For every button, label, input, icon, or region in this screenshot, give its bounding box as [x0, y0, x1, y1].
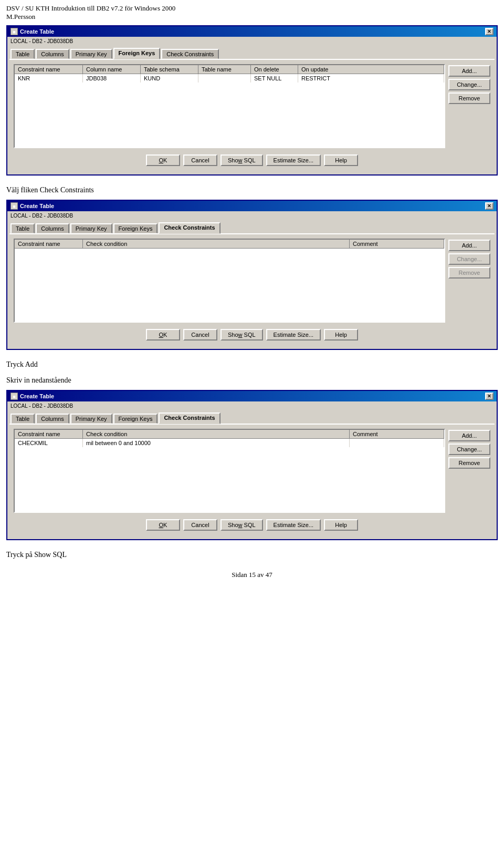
- dialog2-showsql-button[interactable]: Show SQL: [220, 329, 263, 341]
- dialog2: ■ Create Table ✕ LOCAL - DB2 - JDB038DB …: [6, 200, 498, 350]
- dialog1-icon: ■: [10, 28, 18, 35]
- dialog1-wrapper: ■ Create Table ✕ LOCAL - DB2 - JDB038DB …: [6, 25, 498, 176]
- dialog1-subtitle: LOCAL - DB2 - JDB038DB: [7, 37, 497, 46]
- dialog1-help-button[interactable]: Help: [324, 154, 358, 166]
- dialog2-estimatesize-button[interactable]: Estimate Size...: [266, 329, 321, 341]
- dialog1-change-button[interactable]: Change...: [448, 79, 490, 90]
- dialog1-title: Create Table: [20, 28, 54, 35]
- dialog1-ok-button[interactable]: OK: [146, 154, 180, 166]
- d3-cell-comment: [350, 439, 444, 447]
- dialog1-table: Constraint name Column name Table schema…: [14, 64, 445, 152]
- dialog2-title: Create Table: [20, 203, 54, 209]
- dialog3-wrapper: ■ Create Table ✕ LOCAL - DB2 - JDB038DB …: [6, 390, 498, 540]
- dialog2-buttons: Add... Change... Remove: [448, 239, 490, 327]
- dialog2-tab-checkconstraints[interactable]: Check Constraints: [159, 222, 220, 234]
- dialog1-showsql-button[interactable]: Show SQL: [220, 154, 263, 166]
- header-line2: M.Persson: [6, 13, 498, 21]
- dialog2-help-button[interactable]: Help: [324, 329, 358, 341]
- table-row: KNR JDB038 KUND SET NULL RESTRICT: [15, 74, 444, 82]
- header-column-name: Column name: [83, 65, 141, 74]
- dialog1-table-section: Constraint name Column name Table schema…: [14, 64, 490, 152]
- dialog3-tab-checkconstraints[interactable]: Check Constraints: [159, 412, 220, 424]
- dialog2-wrapper: ■ Create Table ✕ LOCAL - DB2 - JDB038DB …: [6, 200, 498, 350]
- dialog2-table-section: Constraint name Check condition Comment …: [14, 239, 490, 327]
- dialog1-cancel-button[interactable]: Cancel: [183, 154, 217, 166]
- d3-cell-constraint-name: CHECKMIL: [15, 439, 83, 447]
- dialog1-remove-button[interactable]: Remove: [448, 92, 490, 104]
- dialog2-remove-button[interactable]: Remove: [448, 267, 490, 279]
- header-line1: DSV / SU KTH Introduktion till DB2 v7.2 …: [6, 4, 498, 13]
- dialog3: ■ Create Table ✕ LOCAL - DB2 - JDB038DB …: [6, 390, 498, 540]
- dialog2-tab-primarykey[interactable]: Primary Key: [70, 223, 112, 233]
- dialog3-estimatesize-button[interactable]: Estimate Size...: [266, 519, 321, 531]
- dialog2-footer-buttons: OK Cancel Show SQL Estimate Size... Help: [14, 327, 490, 343]
- dialog3-content: Constraint name Check condition Comment …: [9, 424, 495, 537]
- dialog3-tab-columns[interactable]: Columns: [36, 414, 69, 424]
- dialog1-tab-primarykey[interactable]: Primary Key: [70, 49, 112, 59]
- dialog1-close-button[interactable]: ✕: [485, 28, 494, 35]
- dialog3-tab-foreignkeys[interactable]: Foreign Keys: [113, 414, 158, 424]
- dialog3-ok-button[interactable]: OK: [146, 519, 180, 531]
- dialog1-buttons: Add... Change... Remove: [448, 64, 490, 152]
- dialog1: ■ Create Table ✕ LOCAL - DB2 - JDB038DB …: [6, 25, 498, 176]
- cell-table-name: [198, 74, 251, 82]
- dialog3-icon: ■: [10, 393, 18, 400]
- dialog2-tab-bar: Table Columns Primary Key Foreign Keys C…: [7, 220, 497, 233]
- dialog3-remove-button[interactable]: Remove: [448, 457, 490, 469]
- dialog3-subtitle: LOCAL - DB2 - JDB038DB: [7, 401, 497, 410]
- cell-table-schema: KUND: [141, 74, 198, 82]
- dialog2-tab-table[interactable]: Table: [10, 223, 35, 233]
- dialog1-estimatesize-button[interactable]: Estimate Size...: [266, 154, 321, 166]
- cell-on-update: RESTRICT: [298, 74, 444, 82]
- dialog1-table-header: Constraint name Column name Table schema…: [15, 65, 444, 74]
- dialog2-ok-button[interactable]: OK: [146, 329, 180, 341]
- d2-header-comment: Comment: [350, 240, 444, 248]
- dialog2-cancel-button[interactable]: Cancel: [183, 329, 217, 341]
- dialog1-tab-checkconstraints[interactable]: Check Constraints: [161, 49, 219, 59]
- dialog1-add-button[interactable]: Add...: [448, 65, 490, 77]
- dialog2-close-button[interactable]: ✕: [485, 202, 494, 210]
- label-skriv: Skriv in nedanstående: [0, 372, 504, 388]
- label-tryck-show: Tryck på Show SQL: [0, 546, 504, 562]
- dialog3-table-area: Constraint name Check condition Comment …: [14, 429, 445, 513]
- cell-on-delete: SET NULL: [251, 74, 298, 82]
- dialog1-tab-foreignkeys[interactable]: Foreign Keys: [113, 48, 161, 59]
- header-on-update: On update: [298, 65, 444, 74]
- d2-header-check-condition: Check condition: [83, 240, 350, 248]
- dialog3-titlebar: ■ Create Table ✕: [7, 391, 497, 401]
- dialog2-change-button[interactable]: Change...: [448, 253, 490, 265]
- dialog1-table-area: Constraint name Column name Table schema…: [14, 64, 445, 148]
- dialog1-tab-bar: Table Columns Primary Key Foreign Keys C…: [7, 46, 497, 59]
- d3-header-constraint-name: Constraint name: [15, 430, 83, 438]
- dialog3-help-button[interactable]: Help: [324, 519, 358, 531]
- dialog1-footer-buttons: OK Cancel Show SQL Estimate Size... Help: [14, 152, 490, 168]
- dialog2-subtitle: LOCAL - DB2 - JDB038DB: [7, 211, 497, 220]
- dialog3-title: Create Table: [20, 393, 54, 399]
- dialog2-tab-foreignkeys[interactable]: Foreign Keys: [113, 223, 158, 233]
- label-tryck-add: Tryck Add: [0, 356, 504, 372]
- dialog3-cancel-button[interactable]: Cancel: [183, 519, 217, 531]
- header-on-delete: On delete: [251, 65, 298, 74]
- dialog3-showsql-button[interactable]: Show SQL: [220, 519, 263, 531]
- dialog2-tab-columns[interactable]: Columns: [36, 223, 69, 233]
- dialog3-tab-table[interactable]: Table: [10, 414, 35, 424]
- dialog2-table-header: Constraint name Check condition Comment: [15, 240, 444, 249]
- dialog2-table-area: Constraint name Check condition Comment: [14, 239, 445, 323]
- page-footer: Sidan 15 av 47: [0, 562, 504, 587]
- dialog1-tab-columns[interactable]: Columns: [36, 49, 69, 59]
- page-header: DSV / SU KTH Introduktion till DB2 v7.2 …: [0, 0, 504, 23]
- dialog1-tab-table[interactable]: Table: [10, 49, 35, 59]
- dialog3-tab-bar: Table Columns Primary Key Foreign Keys C…: [7, 410, 497, 424]
- header-constraint-name: Constraint name: [15, 65, 83, 74]
- d3-header-comment: Comment: [350, 430, 444, 438]
- dialog2-icon: ■: [10, 202, 18, 210]
- dialog3-change-button[interactable]: Change...: [448, 444, 490, 455]
- dialog3-buttons: Add... Change... Remove: [448, 429, 490, 517]
- dialog2-add-button[interactable]: Add...: [448, 240, 490, 251]
- dialog3-close-button[interactable]: ✕: [485, 393, 494, 400]
- dialog3-table-section: Constraint name Check condition Comment …: [14, 429, 490, 517]
- dialog3-tab-primarykey[interactable]: Primary Key: [70, 414, 112, 424]
- label-valj-fliken: Välj fliken Check Constraints: [0, 182, 504, 198]
- cell-constraint-name: KNR: [15, 74, 83, 82]
- dialog3-add-button[interactable]: Add...: [448, 430, 490, 441]
